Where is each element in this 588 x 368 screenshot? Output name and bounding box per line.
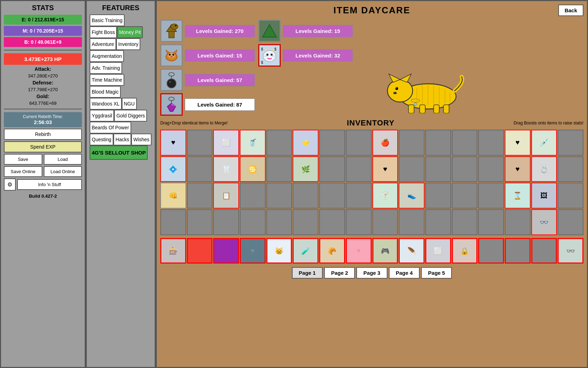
inventory-bottom-cell[interactable]: 😸 [266,238,292,264]
feature-btn-8[interactable]: Blood Magic [90,86,121,98]
inventory-cell[interactable]: ⬜ [213,130,239,156]
save-button[interactable]: Save [4,154,42,165]
inventory-cell[interactable] [346,209,372,235]
feature-btn-10[interactable]: NGU [122,98,137,110]
inventory-cell[interactable]: ⭐ [293,130,318,156]
feature-btn-16[interactable]: Wishes [131,134,152,145]
inventory-cell[interactable]: ♥ [160,130,186,156]
inventory-cell[interactable] [399,130,425,156]
inventory-bottom-cell[interactable]: ♥ [213,238,239,264]
back-button[interactable]: Back [558,5,583,16]
inventory-cell[interactable] [452,209,478,235]
inventory-cell[interactable] [319,156,345,182]
inventory-cell[interactable] [266,156,292,182]
inventory-cell[interactable] [425,130,451,156]
load-button[interactable]: Load [44,154,82,165]
inventory-cell[interactable] [213,209,239,235]
inventory-cell[interactable] [266,183,292,209]
inventory-cell[interactable]: ♥ [505,130,531,156]
inventory-cell[interactable] [240,183,266,209]
inventory-cell[interactable] [266,209,292,235]
inventory-cell[interactable] [425,156,451,182]
inventory-cell[interactable] [558,156,583,182]
page-btn-4[interactable]: Page 4 [389,267,420,279]
feature-btn-12[interactable]: Gold Diggers [114,110,147,122]
inventory-cell[interactable]: 🥤 [240,130,266,156]
inventory-cell[interactable]: ♥ [505,156,531,182]
inventory-cell[interactable] [319,209,345,235]
inventory-cell[interactable] [187,130,213,156]
inventory-bottom-cell[interactable]: 🎮 [372,238,398,264]
feature-btn-13[interactable]: Beards Of Power [90,122,131,134]
inventory-bottom-cell[interactable]: 🪶 [399,238,425,264]
inventory-cell[interactable]: 🖼 [531,183,557,209]
inventory-cell[interactable] [240,209,266,235]
gear-button[interactable]: ⚙ [4,178,16,191]
inventory-cell[interactable]: 🍎 [372,130,398,156]
feature-btn-0[interactable]: Basic Training [90,14,125,26]
feature-btn-15[interactable]: Hacks [113,134,131,145]
inventory-bottom-cell[interactable]: 🎰 [160,238,186,264]
inventory-cell[interactable] [346,156,372,182]
inventory-cell[interactable] [346,183,372,209]
rebirth-button[interactable]: Rebirth [4,129,82,140]
inventory-cell[interactable] [558,130,583,156]
inventory-cell[interactable] [478,209,504,235]
inventory-cell[interactable]: 👊 [160,183,186,209]
inventory-cell[interactable] [293,183,318,209]
feature-btn-3[interactable]: Adventure [90,38,116,50]
inventory-bottom-cell[interactable]: ⬜ [425,238,451,264]
feature-btn-7[interactable]: Time Machine [90,74,124,86]
feature-btn-4[interactable]: Inventory [116,38,141,50]
inventory-bottom-cell[interactable]: 🧪 [293,238,318,264]
feature-btn-11[interactable]: Yggdrasil [90,110,114,122]
inventory-bottom-cell[interactable]: 🔒 [452,238,478,264]
inventory-cell[interactable] [399,209,425,235]
spend-exp-button[interactable]: Spend EXP [4,141,82,152]
inventory-cell[interactable] [293,209,318,235]
page-btn-1[interactable]: Page 1 [292,267,323,279]
inventory-cell[interactable]: 💍 [531,156,557,182]
inventory-cell[interactable] [478,183,504,209]
inventory-bottom-cell[interactable] [531,238,557,264]
inventory-bottom-cell[interactable]: 👓 [558,238,583,264]
inventory-cell[interactable] [558,183,583,209]
inventory-cell[interactable]: ⌛ [505,183,531,209]
inventory-cell[interactable] [452,156,478,182]
inventory-bottom-cell[interactable]: ♥ [240,238,266,264]
inventory-bottom-cell[interactable]: 🥐 [319,238,345,264]
inventory-cell[interactable] [319,130,345,156]
inventory-cell[interactable] [372,209,398,235]
inventory-cell[interactable] [425,209,451,235]
inventory-cell[interactable] [478,156,504,182]
page-btn-5[interactable]: Page 5 [421,267,452,279]
inventory-bottom-cell[interactable]: ♥ [187,238,213,264]
feature-btn-17[interactable]: 4G'S SELLOUT SHOP [90,145,148,160]
inventory-cell[interactable] [346,130,372,156]
inventory-cell[interactable] [452,130,478,156]
inventory-cell[interactable] [187,183,213,209]
feature-btn-6[interactable]: Adv. Training [90,62,122,74]
inventory-cell[interactable] [452,183,478,209]
feature-btn-14[interactable]: Questing [90,134,113,145]
inventory-cell[interactable] [187,209,213,235]
load-online-button[interactable]: Load Online [44,166,82,177]
inventory-cell[interactable]: 📋 [213,183,239,209]
inventory-cell[interactable] [319,183,345,209]
inventory-bottom-cell[interactable] [505,238,531,264]
feature-btn-1[interactable]: Fight Boss [90,26,117,38]
page-btn-2[interactable]: Page 2 [324,267,355,279]
inventory-cell[interactable]: 👟 [399,183,425,209]
inventory-cell[interactable] [399,156,425,182]
feature-btn-9[interactable]: Wandoos XL [90,98,122,110]
inventory-cell[interactable] [558,209,583,235]
inventory-cell[interactable] [160,209,186,235]
inventory-cell[interactable]: ♥ [372,156,398,182]
inventory-cell[interactable]: 🍸 [372,183,398,209]
feature-btn-5[interactable]: Augmentation [90,50,124,62]
inventory-cell[interactable] [478,130,504,156]
inventory-cell[interactable]: ♋ [240,156,266,182]
inventory-cell[interactable] [266,130,292,156]
inventory-bottom-cell[interactable]: ♥ [346,238,372,264]
save-online-button[interactable]: Save Online [4,166,42,177]
